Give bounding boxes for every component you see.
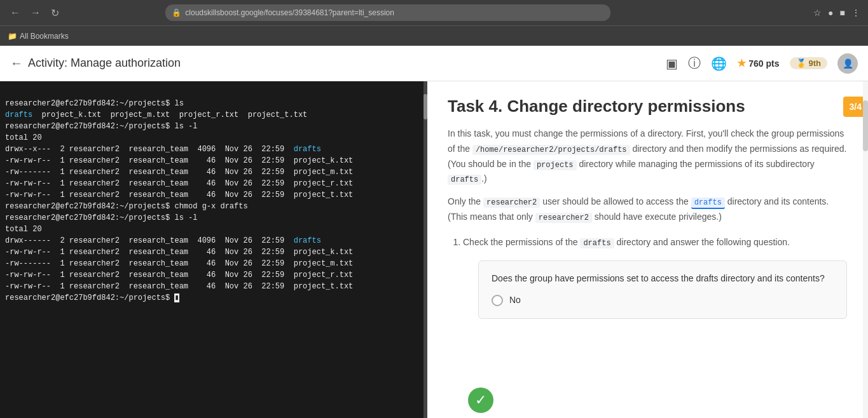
terminal-panel: researcher2@efc27b9fd842:~/projects$ ls …: [0, 81, 427, 418]
content-scrollbar[interactable]: [863, 81, 868, 418]
terminal-output: researcher2@efc27b9fd842:~/projects$ ls …: [5, 86, 422, 315]
globe-icon[interactable]: 🌐: [711, 56, 727, 71]
task-paragraph-1: In this task, you must change the permis…: [448, 126, 848, 187]
content-scrollbar-thumb[interactable]: [863, 100, 868, 151]
back-button[interactable]: ←: [8, 4, 23, 21]
rank-medal-icon: 🥇: [796, 58, 806, 68]
bookmark-icon[interactable]: ☆: [813, 8, 822, 18]
main-content: researcher2@efc27b9fd842:~/projects$ ls …: [0, 81, 868, 418]
forward-button[interactable]: →: [28, 4, 43, 21]
address-bar[interactable]: 🔒 cloudskillsboost.google/focuses/393846…: [165, 4, 610, 21]
back-nav[interactable]: ← Activity: Manage authorization: [10, 56, 181, 71]
task-title: Task 4. Change directory permissions: [448, 97, 848, 116]
bookmarks-bar: 📁 All Bookmarks: [0, 25, 868, 46]
lock-icon: 🔒: [172, 8, 181, 17]
inline-code-path: /home/researcher2/projects/drafts: [472, 145, 630, 155]
question-text: Does the group have permissions set to a…: [492, 271, 834, 285]
grid-icon[interactable]: ▣: [666, 56, 678, 71]
url-text: cloudskillsboost.google/focuses/39384681…: [185, 8, 394, 17]
star-icon: ★: [737, 57, 746, 69]
task-body-1: In this task, you must change the permis…: [448, 126, 848, 225]
check-icon: ✓: [475, 392, 486, 408]
menu-icon[interactable]: ⋮: [851, 8, 860, 18]
task-paragraph-2: Only the researcher2 user should be allo…: [448, 194, 848, 225]
avatar-icon: 👤: [843, 58, 853, 69]
app-header: ← Activity: Manage authorization ▣ ⓘ 🌐 ★…: [0, 46, 868, 81]
header-right: ▣ ⓘ 🌐 ★ 760 pts 🥇 9th 👤: [666, 53, 858, 74]
bookmarks-folder-icon: 📁: [8, 32, 17, 41]
bookmarks-label[interactable]: All Bookmarks: [20, 32, 69, 41]
list-item-1: Check the permissions of the drafts dire…: [463, 235, 848, 319]
reload-button[interactable]: ↻: [48, 4, 62, 22]
inline-code-drafts-2: drafts: [580, 238, 614, 248]
inline-code-researcher2-2: researcher2: [535, 213, 592, 223]
rank-badge: 🥇 9th: [790, 57, 828, 69]
check-circle: ✓: [468, 388, 493, 413]
content-panel: 3/4 Task 4. Change directory permissions…: [427, 81, 868, 418]
extension-icon[interactable]: ■: [840, 8, 845, 18]
inline-code-drafts-highlighted: drafts: [691, 198, 725, 209]
inline-code-drafts-1: drafts: [448, 175, 481, 185]
page-title: Activity: Manage authorization: [28, 57, 181, 70]
task-checklist: Check the permissions of the drafts dire…: [463, 235, 848, 319]
browser-chrome: ← → ↻ 🔒 cloudskillsboost.google/focuses/…: [0, 0, 868, 25]
radio-button-no[interactable]: [492, 295, 503, 306]
inline-code-researcher2-1: researcher2: [483, 198, 540, 208]
radio-no-option[interactable]: No: [492, 293, 834, 308]
back-arrow: ←: [10, 56, 23, 71]
rank-text: 9th: [809, 58, 822, 68]
question-box: Does the group have permissions set to a…: [478, 260, 847, 319]
avatar[interactable]: 👤: [837, 53, 858, 74]
profile-icon[interactable]: ●: [828, 8, 833, 18]
radio-no-label: No: [509, 293, 521, 308]
points-text: 760 pts: [748, 58, 779, 69]
points-badge: ★ 760 pts: [737, 57, 779, 69]
help-icon[interactable]: ⓘ: [688, 55, 701, 72]
inline-code-projects: projects: [534, 160, 577, 170]
browser-actions: ☆ ● ■ ⋮: [813, 8, 860, 18]
